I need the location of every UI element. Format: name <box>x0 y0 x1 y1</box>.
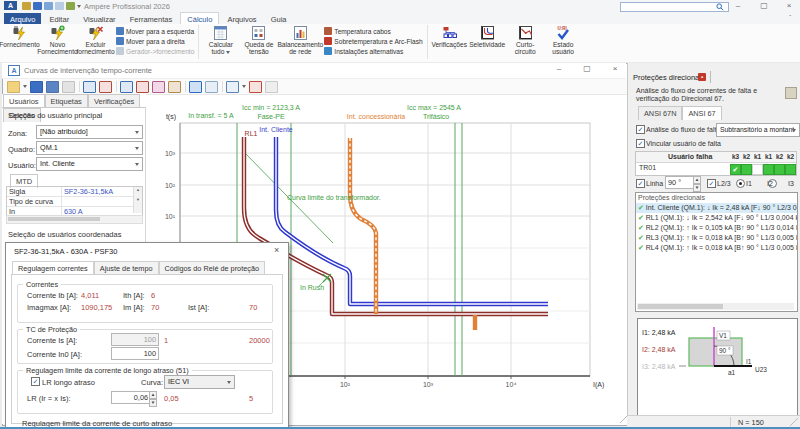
curto-circuito-button[interactable]: Curto-circuito <box>507 25 544 55</box>
quadro-select[interactable]: QM.1 <box>36 141 143 155</box>
list-item[interactable]: ✔ RL4 (QM.1): ↑ Ik = 0,018 kA [B↑ 90 ° L… <box>636 243 797 253</box>
fault-cell-k2c[interactable] <box>785 164 796 175</box>
excluir-fornecimento-button[interactable]: Excluir fornecimento <box>77 25 114 55</box>
tab-ansi-67n[interactable]: ANSI 67N <box>638 106 682 120</box>
curves-window-maximize-icon[interactable]: ▢ <box>580 64 594 74</box>
seletividade-button[interactable]: Seletividade <box>469 25 506 48</box>
estado-usuario-button[interactable]: U:R| Estado usuário <box>545 25 582 55</box>
corrente-in0-input[interactable]: 100 <box>111 347 159 360</box>
grid-vscrollbar[interactable]: ▲▼ <box>133 187 142 213</box>
mover-direita-button[interactable]: Mover para a direita <box>116 36 194 46</box>
fornecimento-button[interactable]: Fornecimento <box>1 25 38 48</box>
tab-codigos-rele[interactable]: Códigos do Relé de proteção <box>159 261 266 275</box>
curves-window-titlebar[interactable]: A Curvas de intervenção tempo-corrente –… <box>2 63 626 79</box>
linha-checkbox[interactable]: ✓ <box>636 179 645 188</box>
copy-icon[interactable] <box>265 81 278 93</box>
angle-input[interactable]: 90 ° <box>665 176 695 189</box>
fault-cell-k3[interactable]: ✔ <box>730 164 741 175</box>
novo-fornecimento-button[interactable]: Novo Fornecimento <box>39 25 76 55</box>
undo-icon[interactable] <box>44 2 53 10</box>
balanceamento-de-rede-button[interactable]: Balanceamento de rede <box>278 25 322 55</box>
quick-access-menu-caret-icon[interactable] <box>77 5 81 8</box>
list-hscrollbar[interactable] <box>637 303 794 310</box>
list-item[interactable]: ✔ RL3 (QM.1): ↑ Ik = 0,018 kA [B↑ 90 ° L… <box>636 233 797 243</box>
search-input[interactable] <box>620 2 729 12</box>
angle-spin-down-icon[interactable]: ▼ <box>693 184 701 192</box>
fault-cell-k1b[interactable] <box>763 164 774 175</box>
grid-hscrollbar[interactable] <box>6 215 143 224</box>
mover-esquerda-button[interactable]: Mover para a esquerda <box>116 26 194 36</box>
subtransitorio-select[interactable]: Subtransitório a montant <box>716 123 800 137</box>
vincular-usuario-checkbox[interactable]: ✓ <box>636 139 645 148</box>
quick-access-save-icon[interactable] <box>33 2 42 10</box>
redo-curve-icon[interactable] <box>205 81 218 93</box>
angle-spin-up-icon[interactable]: ▲ <box>693 176 701 184</box>
maximize-button[interactable]: ▢ <box>757 1 771 11</box>
tab-verificacoes[interactable]: Verificações <box>88 94 140 108</box>
spin-down-icon[interactable]: ▼ <box>149 399 157 407</box>
radio-i1[interactable] <box>736 179 745 188</box>
export-icon[interactable] <box>62 81 75 93</box>
tab-etiquetas[interactable]: Etiquetas <box>45 94 88 108</box>
instalacoes-alternativas-button[interactable]: Instalações alternativas <box>324 46 422 56</box>
save-icon[interactable] <box>30 81 43 93</box>
angle-spinner[interactable]: ▲▼ <box>693 176 701 192</box>
minimize-button[interactable]: – <box>731 1 745 11</box>
list-item[interactable]: ✔ RL2 (QM.1): ↑ Ik = 0,105 kA [B↑ 90 ° L… <box>636 223 797 233</box>
panel-red-icon[interactable]: ▪ <box>698 73 706 81</box>
lr-value-input[interactable]: 0,06 <box>111 391 151 404</box>
redo-icon[interactable] <box>55 2 64 10</box>
fault-cell-k2[interactable] <box>741 164 752 175</box>
panel-tab-label[interactable]: Proteções direcionais <box>633 73 705 82</box>
queda-de-tensao-button[interactable]: Queda de tensão <box>240 25 277 55</box>
fault-table-row[interactable]: TR01 ✔ <box>636 163 796 174</box>
zoom-icon[interactable] <box>226 81 239 93</box>
lr-longo-atraso-checkbox[interactable]: ✓ <box>31 377 40 386</box>
report-blue-icon[interactable] <box>120 81 133 93</box>
list-item[interactable]: ✔ RL1 (QM.1): ↓ Ik = 2,542 kA [F↓ 90 ° L… <box>636 213 797 223</box>
labels-icon[interactable] <box>152 81 165 93</box>
fault-cell-k1[interactable] <box>752 164 763 175</box>
export-image-icon[interactable] <box>168 81 181 93</box>
usuario-select[interactable]: Int. Cliente <box>36 157 143 171</box>
zona-select[interactable]: [Não atribuído] <box>36 125 143 139</box>
quick-access-print-icon[interactable] <box>66 2 75 10</box>
close-button[interactable]: × <box>782 1 796 11</box>
mtd-grid[interactable]: SiglaSF2-36-31,5kA Tipo de curva In630 A… <box>6 186 143 216</box>
report-icon[interactable] <box>785 87 797 99</box>
print-icon[interactable] <box>99 81 112 93</box>
tab-usuarios[interactable]: Usuários <box>3 94 45 108</box>
open-menu-caret-icon[interactable] <box>23 85 27 88</box>
report-red-icon[interactable] <box>136 81 149 93</box>
fault-table[interactable]: Usuário falha k3 k2 k1 k1 k2 k2 TR01 ✔ <box>635 151 797 176</box>
protecoes-list[interactable]: Proteções direcionais ✔ Int. Cliente (QM… <box>635 192 798 312</box>
tab-ajuste-de-tempo[interactable]: Ajuste de tempo <box>94 261 159 275</box>
sobretemperatura-arcflash-button[interactable]: Sobretemperatura e Arc-Flash <box>324 36 422 46</box>
save-all-icon[interactable] <box>46 81 59 93</box>
tab-ansi-67[interactable]: ANSI 67 <box>682 106 721 120</box>
open-icon[interactable] <box>7 81 20 93</box>
app-resize-grip-icon[interactable] <box>790 418 798 426</box>
curves-window-minimize-icon[interactable]: – <box>552 64 566 74</box>
lr-spinner[interactable]: ▲▼ <box>149 391 157 407</box>
temperatura-cabos-button[interactable]: Temperatura cabos <box>324 26 422 36</box>
dialog-close-icon[interactable]: × <box>274 245 279 255</box>
calcular-tudo-button[interactable]: Calcular tudo <box>202 25 239 55</box>
curve-tool-icon[interactable] <box>249 81 262 93</box>
search-icon[interactable] <box>716 3 724 11</box>
fault-cell-k2b[interactable] <box>774 164 785 175</box>
quick-access-open-icon[interactable] <box>22 2 31 10</box>
print-preview-icon[interactable] <box>83 81 96 93</box>
verificacoes-button[interactable]: Verificações <box>431 25 468 48</box>
gerador-fornecimento-button[interactable]: Gerador->fornecimento <box>116 46 194 56</box>
spin-up-icon[interactable]: ▲ <box>149 391 157 399</box>
zoom-menu-caret-icon[interactable] <box>242 85 246 88</box>
tab-regulagem-correntes[interactable]: Regulagem correntes <box>12 261 94 275</box>
curva-select[interactable]: IEC VI <box>164 375 235 389</box>
analise-fluxo-checkbox[interactable]: ✓ <box>636 125 645 134</box>
corrente-is-input[interactable]: 100 <box>111 333 159 346</box>
l23-checkbox[interactable]: ✓ <box>707 179 716 188</box>
curves-window-close-icon[interactable]: × <box>608 64 622 74</box>
list-item[interactable]: ✔ Int. Cliente (QM.1): ↓ Ik = 2,48 kA [F… <box>636 203 797 213</box>
undo-curve-icon[interactable] <box>189 81 202 93</box>
